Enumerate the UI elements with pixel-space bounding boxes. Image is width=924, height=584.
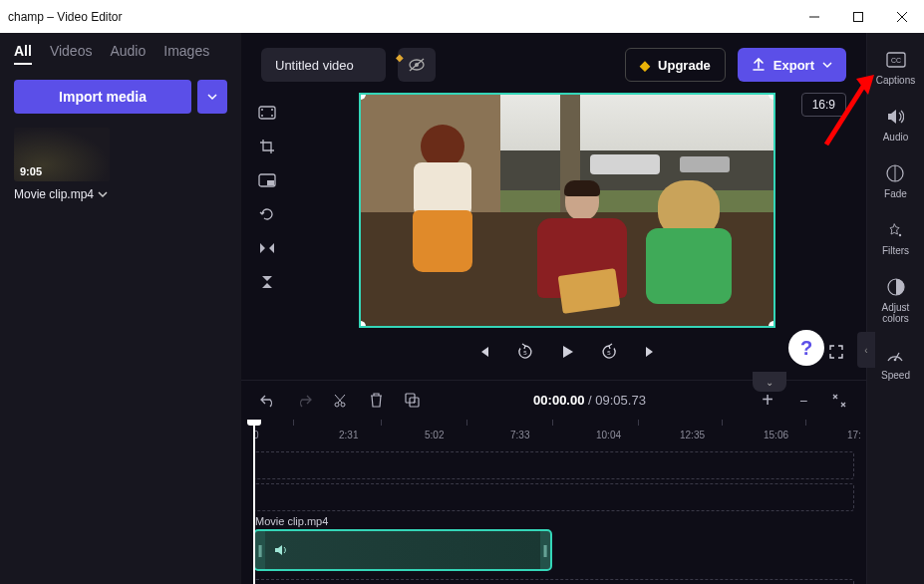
clip-trim-left[interactable]: ║ bbox=[255, 545, 265, 556]
svg-point-24 bbox=[899, 234, 901, 236]
tab-images[interactable]: Images bbox=[163, 43, 209, 65]
rotate-icon[interactable] bbox=[257, 204, 277, 224]
help-button[interactable]: ? bbox=[788, 330, 824, 366]
track-text[interactable] bbox=[253, 483, 854, 511]
pip-icon[interactable] bbox=[257, 170, 277, 190]
rail-label: Audio bbox=[883, 132, 909, 143]
fade-icon bbox=[884, 162, 906, 184]
close-button[interactable] bbox=[880, 0, 924, 33]
timeline[interactable]: 0 2:31 5:02 7:33 10:04 12:35 15:06 17: M… bbox=[241, 420, 866, 584]
play-button[interactable] bbox=[557, 342, 577, 362]
rail-label: Captions bbox=[876, 75, 915, 86]
tab-videos[interactable]: Videos bbox=[50, 43, 93, 65]
rail-filters[interactable]: Filters bbox=[882, 219, 909, 256]
import-media-button[interactable]: Import media bbox=[14, 80, 191, 114]
collapse-rail-button[interactable]: ‹ bbox=[857, 332, 875, 368]
maximize-button[interactable] bbox=[836, 0, 880, 33]
speaker-icon[interactable] bbox=[273, 543, 287, 557]
media-item[interactable]: 9:05 Movie clip.mp4 bbox=[14, 128, 227, 201]
svg-point-16 bbox=[335, 403, 339, 407]
cut-icon[interactable] bbox=[331, 392, 349, 410]
fullscreen-icon[interactable] bbox=[826, 342, 846, 362]
rail-audio[interactable]: Audio bbox=[883, 106, 909, 143]
premium-diamond-icon: ◆ bbox=[396, 52, 404, 63]
captions-icon: CC bbox=[885, 49, 907, 71]
rail-adjust-colors[interactable]: Adjust colors bbox=[867, 276, 924, 324]
crop-icon[interactable] bbox=[257, 137, 277, 156]
media-sidebar: All Videos Audio Images Import media 9:0… bbox=[0, 33, 241, 584]
import-media-dropdown[interactable] bbox=[197, 80, 227, 114]
project-title-text: Untitled video bbox=[275, 58, 354, 73]
fit-icon[interactable] bbox=[257, 103, 277, 123]
track-empty-2[interactable] bbox=[253, 579, 854, 584]
adjust-colors-icon bbox=[885, 276, 907, 298]
media-filename: Movie clip.mp4 bbox=[14, 187, 94, 201]
resize-handle-bl[interactable] bbox=[359, 321, 366, 328]
svg-point-10 bbox=[261, 115, 263, 117]
rail-speed[interactable]: Speed bbox=[881, 344, 910, 381]
diamond-icon: ◆ bbox=[640, 58, 650, 73]
svg-rect-7 bbox=[259, 107, 275, 119]
svg-text:+: + bbox=[412, 399, 416, 406]
svg-rect-13 bbox=[267, 180, 274, 185]
project-title[interactable]: Untitled video ◆ bbox=[261, 48, 386, 82]
svg-text:5: 5 bbox=[523, 350, 527, 356]
svg-point-26 bbox=[894, 359, 897, 362]
skip-back-icon[interactable] bbox=[473, 342, 493, 362]
clip-trim-right[interactable]: ║ bbox=[540, 545, 550, 556]
redo-icon[interactable] bbox=[295, 392, 313, 410]
add-track-icon[interactable]: + bbox=[759, 392, 776, 410]
svg-point-9 bbox=[271, 109, 273, 111]
filters-icon bbox=[884, 219, 906, 241]
svg-text:CC: CC bbox=[890, 57, 900, 64]
tab-audio[interactable]: Audio bbox=[110, 43, 146, 65]
undo-icon[interactable] bbox=[259, 392, 277, 410]
duplicate-icon[interactable]: + bbox=[403, 392, 421, 410]
svg-rect-1 bbox=[854, 12, 863, 21]
chevron-down-icon bbox=[822, 60, 832, 70]
tab-all[interactable]: All bbox=[14, 43, 32, 65]
aspect-ratio-button[interactable]: 16:9 bbox=[801, 93, 846, 117]
export-label: Export bbox=[773, 58, 814, 73]
zoom-out-icon[interactable]: − bbox=[794, 392, 812, 410]
clip-label: Movie clip.mp4 bbox=[255, 515, 328, 527]
media-duration: 9:05 bbox=[20, 165, 42, 177]
track-empty-1[interactable] bbox=[253, 451, 854, 479]
timecode: 00:00.00 / 09:05.73 bbox=[439, 393, 741, 408]
preview-canvas[interactable] bbox=[359, 93, 775, 328]
video-frame bbox=[361, 95, 773, 326]
export-button[interactable]: Export bbox=[738, 48, 846, 82]
flip-vertical-icon[interactable] bbox=[257, 272, 277, 292]
forward-5-icon[interactable]: 5 bbox=[599, 342, 619, 362]
svg-point-8 bbox=[261, 109, 263, 111]
upgrade-label: Upgrade bbox=[658, 58, 711, 73]
rail-label: Speed bbox=[881, 370, 910, 381]
svg-point-11 bbox=[271, 115, 273, 117]
rail-label: Filters bbox=[882, 245, 909, 256]
upgrade-button[interactable]: ◆ Upgrade bbox=[625, 48, 726, 82]
speed-icon bbox=[884, 344, 906, 366]
media-thumbnail[interactable]: 9:05 bbox=[14, 128, 110, 181]
minimize-button[interactable] bbox=[792, 0, 836, 33]
flip-horizontal-icon[interactable] bbox=[257, 238, 277, 258]
rewind-5-icon[interactable]: 5 bbox=[515, 342, 535, 362]
delete-icon[interactable] bbox=[367, 392, 385, 410]
upload-icon bbox=[752, 58, 766, 72]
svg-point-17 bbox=[341, 403, 345, 407]
chevron-down-icon[interactable] bbox=[98, 189, 108, 199]
rail-label: Adjust colors bbox=[867, 302, 924, 324]
timeline-ruler[interactable]: 0 2:31 5:02 7:33 10:04 12:35 15:06 17: bbox=[241, 420, 866, 447]
rail-fade[interactable]: Fade bbox=[884, 162, 907, 199]
resize-handle-br[interactable] bbox=[769, 321, 775, 328]
properties-rail: ‹ CC Captions Audio Fade Filters Adjust … bbox=[866, 33, 924, 584]
timeline-clip[interactable]: ║ ║ bbox=[253, 529, 552, 571]
audio-icon bbox=[884, 106, 906, 128]
skip-forward-icon[interactable] bbox=[641, 342, 661, 362]
window-title: champ – Video Editor bbox=[8, 10, 123, 24]
svg-text:5: 5 bbox=[607, 350, 611, 356]
playhead[interactable] bbox=[253, 420, 255, 584]
expand-panel-button[interactable]: ⌄ bbox=[753, 372, 786, 392]
rail-label: Fade bbox=[884, 188, 907, 199]
zoom-fit-icon[interactable] bbox=[830, 392, 848, 410]
rail-captions[interactable]: CC Captions bbox=[876, 49, 915, 86]
